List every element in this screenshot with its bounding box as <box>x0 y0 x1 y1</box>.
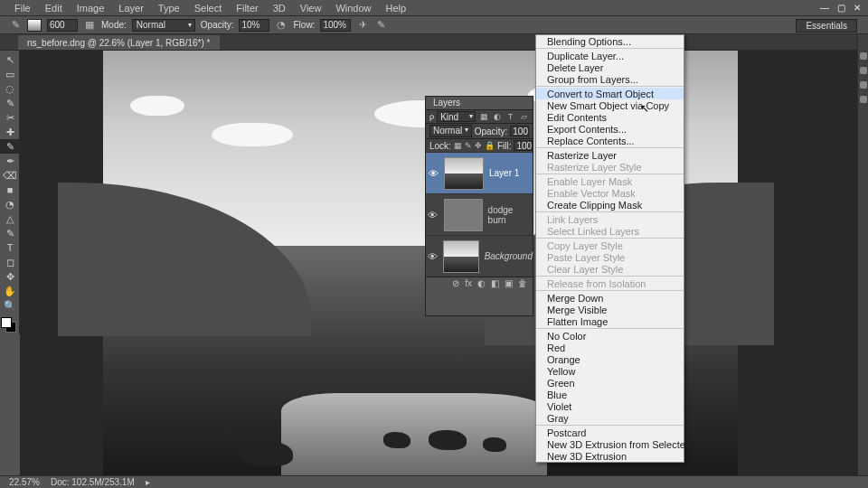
layers-footer-icon[interactable]: ⊘ <box>452 278 459 288</box>
menu-item[interactable]: Create Clipping Mask <box>536 199 684 211</box>
tool-9[interactable]: ■ <box>0 183 20 197</box>
layer-row[interactable]: 👁Background <box>426 235 533 277</box>
layers-footer-icon[interactable]: ◐ <box>477 278 486 288</box>
layers-panel-tab[interactable]: Layers <box>426 97 533 109</box>
tool-0[interactable]: ↖ <box>0 52 20 67</box>
menu-item[interactable]: Postcard <box>536 427 684 438</box>
close-button[interactable]: ✕ <box>850 2 864 13</box>
menu-item[interactable]: Replace Contents... <box>536 135 684 146</box>
flow-field[interactable]: 100% <box>320 19 351 32</box>
airbrush-icon[interactable]: ✈ <box>356 19 369 32</box>
layer-thumbnail[interactable] <box>444 157 484 190</box>
menu-item[interactable]: Merge Down <box>536 292 684 304</box>
layer-context-menu[interactable]: Blending Options...Duplicate Layer...Del… <box>535 34 684 463</box>
layers-footer-icon[interactable]: 🗑 <box>518 278 527 288</box>
filter-pixel-icon[interactable]: ▦ <box>478 111 489 122</box>
lock-position-icon[interactable]: ✥ <box>475 140 482 151</box>
tool-6[interactable]: ✎ <box>0 139 20 154</box>
menu-item[interactable]: Blue <box>536 389 684 400</box>
visibility-eye-icon[interactable]: 👁 <box>426 210 440 221</box>
layers-filter-select[interactable]: Kind <box>437 111 476 122</box>
menu-filter[interactable]: Filter <box>229 1 265 15</box>
tool-12[interactable]: ✎ <box>0 226 20 240</box>
menu-select[interactable]: Select <box>187 1 230 15</box>
workspace-switcher[interactable]: Essentials <box>796 19 857 33</box>
menu-item[interactable]: Delete Layer <box>536 61 684 73</box>
tool-14[interactable]: ◻ <box>0 255 20 269</box>
menu-item[interactable]: Export Contents... <box>536 123 684 135</box>
menu-type[interactable]: Type <box>151 1 187 15</box>
tool-1[interactable]: ▭ <box>0 67 20 81</box>
menu-item[interactable]: New 3D Extrusion <box>536 450 684 462</box>
menu-item[interactable]: New Smart Object via Copy <box>536 99 684 111</box>
layer-thumbnail[interactable] <box>443 240 479 273</box>
menu-item[interactable]: Yellow <box>536 365 684 377</box>
zoom-level[interactable]: 22.57% <box>9 477 40 487</box>
opacity-field[interactable]: 10% <box>239 19 269 32</box>
menu-help[interactable]: Help <box>379 1 414 15</box>
menu-item[interactable]: Violet <box>536 400 684 412</box>
pressure-size-icon[interactable]: ✎ <box>374 19 387 32</box>
layer-row[interactable]: 👁Layer 1 <box>426 152 533 193</box>
brush-panel-toggle-icon[interactable]: ▦ <box>83 19 96 32</box>
tool-5[interactable]: ✚ <box>0 125 20 139</box>
menu-edit[interactable]: Edit <box>38 1 70 15</box>
tool-11[interactable]: △ <box>0 211 20 226</box>
tool-2[interactable]: ◌ <box>0 81 20 96</box>
minimize-button[interactable]: — <box>817 2 832 13</box>
visibility-eye-icon[interactable]: 👁 <box>426 251 439 262</box>
layer-opacity-field[interactable]: 100 <box>510 126 529 136</box>
brush-size-field[interactable]: 600 <box>47 19 78 32</box>
lock-transparent-icon[interactable]: ▦ <box>454 140 462 151</box>
tool-16[interactable]: ✋ <box>0 284 20 298</box>
pressure-opacity-icon[interactable]: ◔ <box>275 19 288 32</box>
tool-15[interactable]: ✥ <box>0 269 20 284</box>
document-tab[interactable]: ns_before.dng @ 22.6% (Layer 1, RGB/16*)… <box>18 35 220 50</box>
menu-window[interactable]: Window <box>328 1 378 15</box>
menu-image[interactable]: Image <box>70 1 112 15</box>
brush-preset-thumb[interactable] <box>27 19 42 32</box>
filter-type-icon[interactable]: T <box>505 111 516 122</box>
menu-item[interactable]: New 3D Extrusion from Selected Layer <box>536 438 684 450</box>
menu-item[interactable]: Green <box>536 377 684 389</box>
tool-13[interactable]: T <box>0 240 20 255</box>
blend-mode-select[interactable]: Normal <box>132 19 195 32</box>
menu-item[interactable]: Orange <box>536 353 684 365</box>
menu-item[interactable]: Gray <box>536 412 684 424</box>
menu-layer[interactable]: Layer <box>111 1 151 15</box>
layer-name[interactable]: Background <box>485 251 533 261</box>
tool-17[interactable]: 🔍 <box>0 298 20 313</box>
menu-item[interactable]: Flatten Image <box>536 315 684 327</box>
right-collapsed-panels[interactable] <box>857 34 868 477</box>
menu-item[interactable]: Merge Visible <box>536 304 684 315</box>
color-swatches[interactable] <box>0 316 18 334</box>
layer-name[interactable]: dodge burn <box>488 205 533 225</box>
tool-10[interactable]: ◔ <box>0 197 20 211</box>
menu-item[interactable]: Duplicate Layer... <box>536 50 684 61</box>
filter-adjust-icon[interactable]: ◐ <box>492 111 503 122</box>
tool-3[interactable]: ✎ <box>0 96 20 110</box>
layer-thumbnail[interactable] <box>444 199 483 231</box>
filter-shape-icon[interactable]: ▱ <box>518 111 529 122</box>
menu-file[interactable]: File <box>7 1 38 15</box>
menu-item[interactable]: Group from Layers... <box>536 73 684 85</box>
layers-footer-icon[interactable]: fx <box>465 278 472 288</box>
layer-name[interactable]: Layer 1 <box>489 168 519 178</box>
lock-pixels-icon[interactable]: ✎ <box>465 140 472 151</box>
menu-item[interactable]: Blending Options... <box>536 35 684 47</box>
tool-8[interactable]: ⌫ <box>0 168 20 183</box>
menu-item[interactable]: Rasterize Layer <box>536 149 684 161</box>
layers-footer-icon[interactable]: ◧ <box>491 278 499 288</box>
menu-view[interactable]: View <box>293 1 329 15</box>
layers-footer-icon[interactable]: ▣ <box>505 278 513 288</box>
layer-blend-select[interactable]: Normal <box>429 125 472 137</box>
layers-panel[interactable]: Layers ρ Kind ▦ ◐ T ▱ Normal Opacity: 10… <box>425 96 533 316</box>
tool-4[interactable]: ✂ <box>0 110 20 125</box>
layer-row[interactable]: 👁dodge burn <box>426 193 533 235</box>
menu-item[interactable]: Red <box>536 342 684 353</box>
visibility-eye-icon[interactable]: 👁 <box>426 168 440 179</box>
menu-item[interactable]: No Color <box>536 330 684 342</box>
tool-7[interactable]: ✒ <box>0 154 20 168</box>
menu-item[interactable]: Convert to Smart Object <box>536 88 684 99</box>
restore-button[interactable]: ▢ <box>834 2 848 13</box>
